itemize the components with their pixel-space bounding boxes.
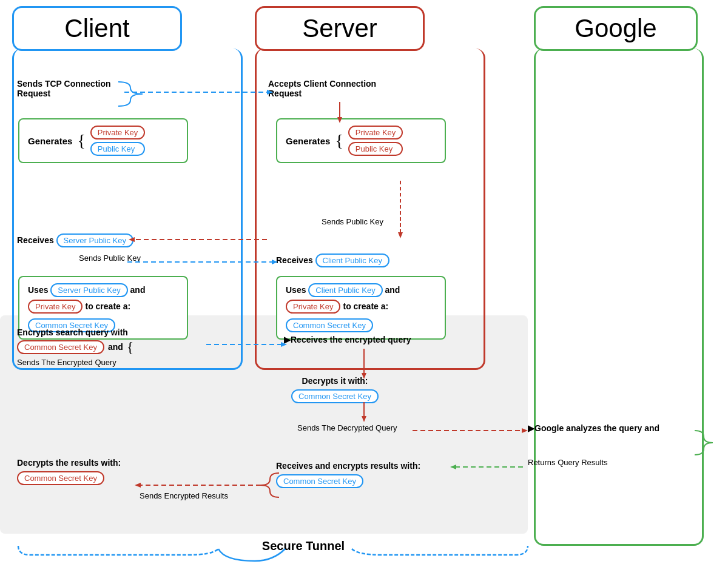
- key-list-client: Private Key Public Key: [90, 126, 145, 156]
- server-label: Server: [302, 14, 377, 42]
- decrypts-server-section: Decrypts it with: Common Secret Key: [291, 376, 379, 403]
- decrypts-client-section: Decrypts the results with: Common Secret…: [17, 458, 121, 485]
- server-header: Server: [255, 6, 425, 51]
- public-key-server: Public Key: [348, 142, 403, 156]
- tcp-client-label: Sends TCP Connection Request: [17, 79, 126, 98]
- public-key-client: Public Key: [90, 142, 145, 156]
- client-header: Client: [12, 6, 182, 51]
- sends-encrypted-label: Sends The Encrypted Query: [17, 358, 116, 367]
- server-pub-key-badge: Server Public Key: [56, 233, 133, 247]
- generates-label-client: Generates: [28, 136, 72, 146]
- google-header: Google: [534, 6, 698, 51]
- tcp-client-text: Sends TCP Connection Request: [17, 79, 111, 98]
- google-column-border: [534, 49, 704, 546]
- private-key-uses-client: Private Key: [28, 300, 83, 314]
- client-pub-key-uses: Client Public Key: [308, 283, 382, 297]
- receives-client-pub-label: Receives Client Public Key: [276, 253, 389, 267]
- common-secret-encrypt-results: Common Secret Key: [276, 474, 363, 488]
- google-analyzes-label: ▶Google analyzes the query and: [528, 423, 659, 433]
- generates-box-server: Generates { Private Key Public Key: [276, 118, 446, 163]
- secure-tunnel-label: Secure Tunnel: [182, 539, 425, 553]
- private-key-server: Private Key: [348, 126, 403, 139]
- sends-encrypted-results-label: Sends Encrypted Results: [140, 491, 228, 500]
- brace-encrypt: {: [127, 340, 134, 354]
- google-label: Google: [575, 14, 656, 42]
- receives-encrypts-section: Receives and encrypts results with: Comm…: [276, 461, 434, 488]
- common-secret-decrypt-client: Common Secret Key: [17, 471, 104, 485]
- receives-server-pub-label: Receives Server Public Key: [17, 233, 133, 247]
- decrypts-it-label: Decrypts it with:: [291, 376, 379, 386]
- brace-client: {: [77, 132, 85, 149]
- client-label: Client: [64, 14, 129, 42]
- private-key-uses-server: Private Key: [286, 300, 340, 314]
- common-secret-decrypt-server: Common Secret Key: [291, 389, 379, 403]
- brace-server: {: [335, 132, 343, 149]
- client-pub-key-badge: Client Public Key: [315, 253, 389, 267]
- sends-pub-key-client-label: Sends Public Key: [79, 253, 141, 263]
- sends-pub-key-server-label: Sends Public Key: [322, 217, 383, 226]
- returns-results-label: Returns Query Results: [528, 458, 608, 467]
- common-secret-server: Common Secret Key: [286, 318, 373, 332]
- private-key-client: Private Key: [90, 126, 145, 139]
- common-secret-encrypt: Common Secret Key: [17, 340, 104, 354]
- tcp-server-label: Accepts Client ConnectionRequest: [268, 79, 402, 98]
- sends-decrypted-label: Sends The Decrypted Query: [297, 423, 397, 432]
- encrypts-section: Encrypts search query with Common Secret…: [17, 327, 211, 367]
- generates-box-client: Generates { Private Key Public Key: [18, 118, 188, 163]
- generates-label-server: Generates: [286, 136, 330, 146]
- key-list-server: Private Key Public Key: [348, 126, 403, 156]
- uses-box-server: Uses Client Public Key and Private Keyto…: [276, 276, 446, 340]
- receives-encrypted-label: ▶Receives the encrypted query: [284, 335, 411, 344]
- secure-tunnel-text: Secure Tunnel: [262, 539, 345, 552]
- server-pub-key-uses: Server Public Key: [50, 283, 127, 297]
- main-container: Client Server Google Sends TCP Connectio…: [0, 0, 728, 564]
